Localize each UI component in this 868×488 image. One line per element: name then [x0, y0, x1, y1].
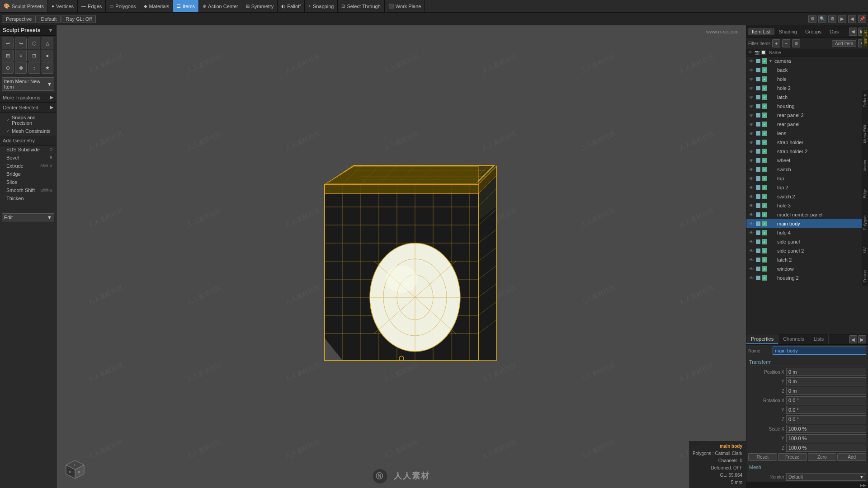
- eye-icon-hole-3[interactable]: 👁: [748, 202, 755, 209]
- eye-icon-camera[interactable]: 👁: [748, 58, 755, 64]
- eye-icon-hole-2[interactable]: 👁: [748, 85, 755, 91]
- list-item-top[interactable]: 👁 ✓ top: [746, 174, 868, 183]
- list-item-back[interactable]: 👁 ✓ back: [746, 66, 868, 75]
- list-item-strap-holder[interactable]: 👁 ✓ strap holder: [746, 138, 868, 147]
- check-switch[interactable]: ✓: [762, 167, 767, 172]
- list-item-latch-2[interactable]: 👁 ✓ latch 2: [746, 255, 868, 264]
- check-side-panel[interactable]: ✓: [762, 239, 767, 244]
- remove-layer-btn[interactable]: −: [782, 39, 790, 47]
- viewport-pin[interactable]: 📌: [858, 15, 866, 23]
- viewport-settings2[interactable]: ⚙: [828, 15, 836, 23]
- eye-icon-top-2[interactable]: 👁: [748, 184, 755, 191]
- icon-btn-5[interactable]: ⊞: [2, 50, 14, 61]
- tab-item-list[interactable]: Item List: [748, 28, 774, 35]
- eye-icon-lens[interactable]: 👁: [748, 130, 755, 136]
- list-item-lens[interactable]: 👁 ✓ lens: [746, 129, 868, 138]
- sds-subdivide-item[interactable]: SDS Subdivide D: [0, 145, 56, 154]
- mesh-constraints-item[interactable]: ✓ Mesh Constraints: [0, 127, 56, 135]
- tab-groups[interactable]: Groups: [802, 28, 825, 35]
- viewport-collapse[interactable]: ◀: [848, 15, 856, 23]
- render-icon-rear-panel-2[interactable]: [756, 113, 760, 117]
- check-switch-2[interactable]: ✓: [762, 194, 767, 199]
- toolbar-tab-action-center[interactable]: ⊕Action Center: [199, 0, 242, 12]
- check-main-body[interactable]: ✓: [762, 221, 767, 226]
- panel-expand-btn[interactable]: ◀: [849, 28, 857, 36]
- render-icon-hole-3[interactable]: [756, 203, 760, 208]
- render-icon-lens[interactable]: [756, 131, 760, 136]
- icon-btn-6[interactable]: ≡: [15, 50, 27, 61]
- icon-btn-12[interactable]: ★: [42, 62, 53, 74]
- add-btn[interactable]: Add: [837, 453, 866, 461]
- list-item-wheel[interactable]: 👁 ✓ wheel: [746, 156, 868, 165]
- toolbar-tab-items[interactable]: ☰Items: [173, 0, 199, 12]
- list-item-hole-4[interactable]: 👁 ✓ hole 4: [746, 228, 868, 237]
- list-item-hole-2[interactable]: 👁 ✓ hole 2: [746, 84, 868, 93]
- render-icon-switch-2[interactable]: [756, 194, 760, 199]
- render-default-btn[interactable]: Default: [37, 15, 61, 23]
- icon-btn-8[interactable]: ●: [42, 50, 53, 61]
- icon-btn-7[interactable]: ⊡: [28, 50, 40, 61]
- check-hole[interactable]: ✓: [762, 76, 767, 82]
- toolbar-tab-edges[interactable]: —Edges: [78, 0, 106, 12]
- item-list-side-tab[interactable]: Item List: [862, 27, 868, 48]
- render-icon-model-number-panel[interactable]: [756, 212, 760, 217]
- render-icon-wheel[interactable]: [756, 158, 760, 163]
- viewport-search[interactable]: 🔍: [818, 15, 826, 23]
- eye-icon-hole-4[interactable]: 👁: [748, 230, 755, 236]
- bridge-item[interactable]: Bridge: [0, 170, 56, 178]
- render-icon-camera[interactable]: [756, 59, 760, 63]
- list-item-housing-2[interactable]: 👁 ✓ housing 2: [746, 273, 868, 282]
- list-item-model-number-panel[interactable]: 👁 ✓ model number panel: [746, 210, 868, 219]
- toolbar-tab-vertices[interactable]: ●Vertices: [48, 0, 78, 12]
- smooth-shift-item[interactable]: Smooth Shift Shift-S: [0, 186, 56, 194]
- check-hole-3[interactable]: ✓: [762, 203, 767, 208]
- render-icon-main-body[interactable]: [756, 221, 760, 226]
- list-item-camera[interactable]: 👁 ✓ ▼ camera: [746, 56, 868, 66]
- scale-y-input[interactable]: [786, 434, 866, 442]
- item-list-content[interactable]: 👁 ✓ ▼ camera 👁 ✓ back 👁 ✓ hole 👁 ✓ hole …: [746, 56, 868, 334]
- freeze-btn[interactable]: Freeze: [778, 453, 807, 461]
- list-item-rear-panel-2[interactable]: 👁 ✓ rear panel 2: [746, 111, 868, 120]
- render-icon-top[interactable]: [756, 176, 760, 181]
- check-top[interactable]: ✓: [762, 176, 767, 181]
- reset-btn[interactable]: Reset: [748, 453, 777, 461]
- toolbar-tab-snapping[interactable]: +Snapping: [305, 0, 338, 12]
- render-icon-window[interactable]: [756, 267, 760, 271]
- list-item-side-panel[interactable]: 👁 ✓ side panel: [746, 237, 868, 246]
- render-icon-side-panel-2[interactable]: [756, 249, 760, 253]
- icon-btn-10[interactable]: ⊗: [15, 62, 27, 74]
- eye-icon-switch[interactable]: 👁: [748, 166, 755, 173]
- eye-icon-side-panel-2[interactable]: 👁: [748, 248, 755, 254]
- icon-btn-1[interactable]: ↩: [2, 38, 14, 49]
- item-menu-dropdown[interactable]: Item Menu: New Item ▼: [2, 77, 54, 91]
- snaps-precision-item[interactable]: ✓ Snaps and Precision: [0, 113, 56, 127]
- render-icon-latch-2[interactable]: [756, 258, 760, 262]
- eye-icon-housing-2[interactable]: 👁: [748, 275, 755, 281]
- render-dropdown[interactable]: Default ▼: [786, 473, 866, 481]
- icon-btn-3[interactable]: ⬡: [28, 38, 40, 49]
- add-item-btn[interactable]: Add Item: [832, 40, 856, 47]
- render-icon-back[interactable]: [756, 68, 760, 72]
- toolbar-tab-falloff[interactable]: ◐Falloff: [278, 0, 305, 12]
- viewport[interactable]: 人人素材社区 人人素材社区 人人素材社区 人人素材社区 人人素材社区 人人素材社…: [57, 25, 746, 488]
- render-icon-latch[interactable]: [756, 95, 760, 99]
- toolbar-tab-work-plane[interactable]: ⬛Work Plane: [385, 0, 425, 12]
- list-item-rear-panel[interactable]: 👁 ✓ rear panel: [746, 120, 868, 129]
- render-icon-hole[interactable]: [756, 77, 760, 81]
- check-hole-4[interactable]: ✓: [762, 230, 767, 235]
- pos-z-input[interactable]: [786, 387, 866, 395]
- icon-btn-11[interactable]: ↕: [28, 62, 40, 74]
- presets-dropdown-arrow[interactable]: ▼: [48, 27, 53, 33]
- more-transforms-section[interactable]: More Transforms ▶: [0, 93, 56, 103]
- tab-channels[interactable]: Channels: [778, 334, 809, 344]
- props-collapse[interactable]: ◀: [849, 335, 857, 343]
- list-item-hole-3[interactable]: 👁 ✓ hole 3: [746, 201, 868, 210]
- add-layer-btn[interactable]: +: [772, 39, 780, 47]
- check-rear-panel[interactable]: ✓: [762, 122, 767, 127]
- sculpt-menu[interactable]: 🎨 Sculpt Presets: [0, 0, 48, 12]
- tab-shading[interactable]: Shading: [775, 28, 801, 35]
- eye-icon-strap-holder-2[interactable]: 👁: [748, 148, 755, 155]
- check-housing[interactable]: ✓: [762, 103, 767, 109]
- check-model-number-panel[interactable]: ✓: [762, 212, 767, 217]
- check-strap-holder[interactable]: ✓: [762, 140, 767, 145]
